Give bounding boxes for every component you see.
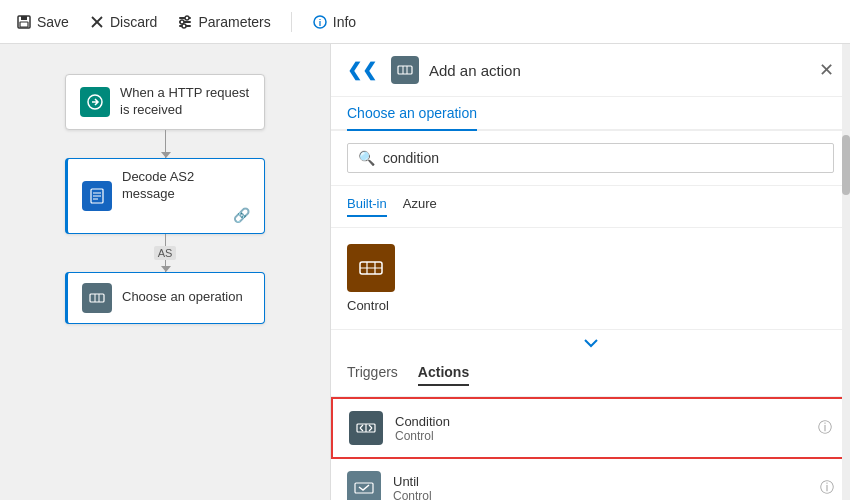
until-sub: Control: [393, 489, 808, 501]
link-icon: 🔗: [122, 207, 250, 223]
svg-rect-21: [398, 66, 412, 74]
choose-operation-label: Choose an operation: [122, 289, 243, 306]
collapse-button[interactable]: ❮❮: [347, 59, 377, 81]
tab-actions[interactable]: Actions: [418, 364, 469, 386]
discard-label: Discard: [110, 14, 157, 30]
parameters-icon: [177, 14, 193, 30]
control-icon: [347, 244, 395, 292]
choose-operation-node[interactable]: Choose an operation: [65, 272, 265, 324]
flow-container: When a HTTP request is received Decode A…: [65, 74, 265, 324]
actions-tabs: Triggers Actions: [331, 354, 850, 397]
panel-title: Add an action: [429, 62, 809, 79]
control-card[interactable]: Control: [347, 244, 834, 313]
search-icon: 🔍: [358, 150, 375, 166]
panel-header: ❮❮ Add an action ✕: [331, 44, 850, 97]
svg-point-10: [182, 24, 186, 28]
expand-button[interactable]: [331, 330, 850, 354]
connector-label: AS: [154, 246, 177, 260]
info-button[interactable]: i Info: [312, 14, 356, 30]
connector-1: [165, 130, 166, 158]
filter-tabs: Built-in Azure: [331, 186, 850, 228]
save-label: Save: [37, 14, 69, 30]
svg-rect-1: [21, 16, 27, 20]
info-label: Info: [333, 14, 356, 30]
filter-builtin[interactable]: Built-in: [347, 196, 387, 217]
panel-tabs: Choose an operation: [331, 97, 850, 131]
save-button[interactable]: Save: [16, 14, 69, 30]
decode-as2-icon: [82, 181, 112, 211]
workflow-canvas: When a HTTP request is received Decode A…: [0, 44, 330, 500]
actions-section: Triggers Actions Condition Control: [331, 354, 850, 500]
discard-button[interactable]: Discard: [89, 14, 157, 30]
svg-text:i: i: [318, 18, 321, 28]
scrollbar[interactable]: [842, 44, 850, 500]
choose-operation-icon: [82, 283, 112, 313]
until-name: Until: [393, 474, 808, 489]
discard-icon: [89, 14, 105, 30]
scrollbar-thumb[interactable]: [842, 135, 850, 195]
http-trigger-label: When a HTTP request is received: [120, 85, 250, 119]
tab-choose-operation[interactable]: Choose an operation: [347, 97, 477, 131]
main-content: When a HTTP request is received Decode A…: [0, 44, 850, 500]
close-button[interactable]: ✕: [819, 59, 834, 81]
condition-text: Condition Control: [395, 414, 806, 443]
condition-info-icon[interactable]: ⓘ: [818, 419, 832, 437]
condition-sub: Control: [395, 429, 806, 443]
svg-point-8: [185, 16, 189, 20]
control-section: Control: [331, 228, 850, 330]
toolbar: Save Discard Parameters: [0, 0, 850, 44]
decode-as2-label: Decode AS2 message: [122, 169, 250, 203]
panel-header-icon: [391, 56, 419, 84]
toolbar-divider: [291, 12, 292, 32]
info-icon: i: [312, 14, 328, 30]
svg-rect-18: [90, 294, 104, 302]
search-box: 🔍: [347, 143, 834, 173]
parameters-button[interactable]: Parameters: [177, 14, 270, 30]
until-info-icon[interactable]: ⓘ: [820, 479, 834, 497]
action-item-until[interactable]: Until Control ⓘ: [331, 459, 850, 500]
svg-rect-2: [20, 22, 28, 27]
condition-name: Condition: [395, 414, 806, 429]
decode-as2-node[interactable]: Decode AS2 message 🔗: [65, 158, 265, 234]
parameters-label: Parameters: [198, 14, 270, 30]
http-trigger-node[interactable]: When a HTTP request is received: [65, 74, 265, 130]
svg-rect-30: [355, 483, 373, 493]
control-label: Control: [347, 298, 389, 313]
search-input[interactable]: [383, 150, 823, 166]
filter-azure[interactable]: Azure: [403, 196, 437, 217]
save-icon: [16, 14, 32, 30]
right-panel: ❮❮ Add an action ✕ Choose an operation 🔍: [330, 44, 850, 500]
until-icon: [347, 471, 381, 500]
http-trigger-icon: [80, 87, 110, 117]
tab-triggers[interactable]: Triggers: [347, 364, 398, 386]
condition-icon: [349, 411, 383, 445]
action-item-condition[interactable]: Condition Control ⓘ: [331, 397, 850, 459]
until-text: Until Control: [393, 474, 808, 501]
search-area: 🔍: [331, 131, 850, 186]
